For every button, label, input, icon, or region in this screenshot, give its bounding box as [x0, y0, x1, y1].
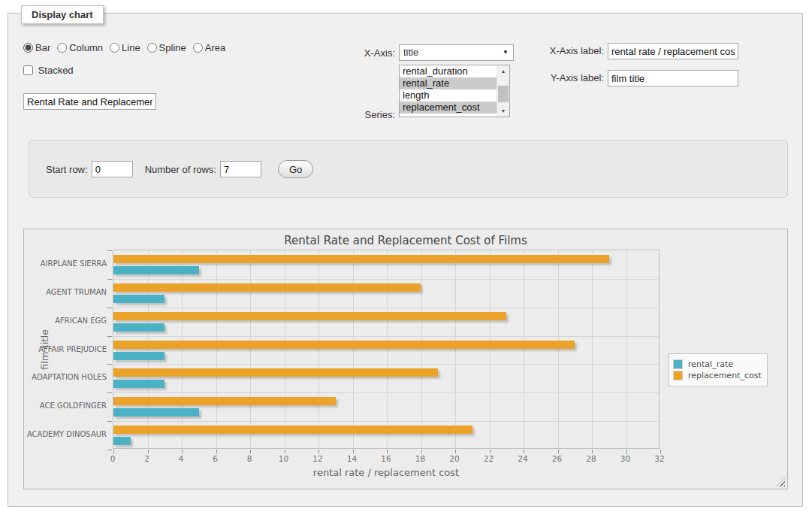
start-row-label: Start row:: [46, 164, 88, 175]
legend-item-replacement_cost: replacement_cost: [673, 371, 762, 380]
x-axis-tickmark: [113, 450, 114, 453]
series-option-replacement_cost[interactable]: replacement_cost: [400, 101, 497, 114]
gridline: [318, 250, 319, 448]
y-axis-category-label: AGENT TRUMAN: [24, 288, 107, 296]
gridline: [113, 279, 659, 280]
bar-rental_rate: [113, 352, 165, 360]
x-axis-tickmark: [660, 450, 661, 453]
y-axis-category-label: AFRICAN EGG: [24, 317, 107, 325]
series-option-rental_rate[interactable]: rental_rate: [400, 77, 497, 89]
gridline: [524, 250, 524, 448]
x-axis-select-label: X-Axis:: [339, 47, 395, 59]
x-axis-select[interactable]: title ▼: [399, 44, 514, 61]
gridline: [216, 250, 217, 448]
row-range-panel: Start row: Number of rows: Go: [29, 140, 788, 198]
bar-replacement_cost: [113, 426, 472, 434]
start-row-input[interactable]: [92, 161, 133, 177]
legend-swatch-icon: [673, 359, 683, 369]
x-axis-tick-label: 24: [509, 454, 536, 463]
scrollbar-thumb[interactable]: [498, 86, 509, 102]
x-axis-tickmark: [148, 450, 149, 453]
series-options: rental_durationrental_ratelengthreplacem…: [400, 65, 497, 117]
stacked-checkbox-row[interactable]: Stacked: [23, 65, 74, 76]
chart-type-radio-area[interactable]: [193, 43, 203, 53]
gridline: [558, 250, 559, 448]
chart-type-radio-bar[interactable]: [23, 43, 33, 53]
gridline: [592, 250, 593, 448]
x-axis-tickmark: [182, 450, 183, 453]
chart-type-option-column[interactable]: Column: [57, 42, 103, 53]
x-axis-label-input[interactable]: [608, 43, 738, 59]
chart-legend: rental_ratereplacement_cost: [669, 353, 768, 386]
x-axis-tickmark: [524, 450, 524, 453]
x-axis-tick-label: 8: [236, 454, 263, 463]
x-axis-tickmark: [250, 450, 251, 453]
series-option-rental_duration[interactable]: rental_duration: [400, 65, 497, 77]
gridline: [490, 250, 491, 448]
gridline: [113, 308, 659, 308]
chart-type-option-spline[interactable]: Spline: [147, 42, 186, 53]
x-axis-tickmark: [318, 450, 319, 453]
x-axis-tick-label: 20: [441, 454, 468, 463]
gridline: [182, 250, 183, 448]
legend-label: replacement_cost: [688, 371, 762, 380]
num-rows-input[interactable]: [220, 161, 261, 177]
chart-type-radio-line[interactable]: [110, 43, 119, 53]
resize-handle-icon[interactable]: [777, 478, 785, 486]
x-axis-tick-label: 14: [339, 454, 366, 463]
y-axis-tickmark: [107, 308, 112, 308]
chart-type-radio-label: Column: [69, 42, 103, 53]
scrollbar[interactable]: ▲ ▼: [497, 65, 509, 117]
chart-type-radio-label: Area: [205, 42, 225, 53]
chart-type-radio-spline[interactable]: [147, 43, 157, 53]
x-axis-tick-label: 32: [646, 454, 673, 463]
y-axis-category-label: AFFAIR PREJUDICE: [24, 345, 107, 353]
stacked-checkbox[interactable]: [23, 65, 33, 75]
bar-rental_rate: [113, 295, 165, 303]
y-axis-tickmark: [107, 364, 112, 365]
x-axis-tickmark: [353, 450, 354, 453]
legend-item-rental_rate: rental_rate: [673, 359, 762, 369]
gridline: [113, 392, 659, 393]
chart-type-option-area[interactable]: Area: [193, 42, 225, 53]
gridline: [250, 250, 251, 448]
scroll-down-icon[interactable]: ▼: [497, 105, 509, 117]
x-axis-tick-label: 0: [99, 454, 126, 463]
num-rows-label: Number of rows:: [145, 164, 216, 175]
x-axis-selected-value: title: [403, 47, 418, 58]
y-axis-category-label: ADAPTATION HOLES: [24, 373, 107, 381]
x-axis-tick-label: 12: [304, 454, 331, 463]
gridline: [113, 364, 659, 365]
x-axis-tick-label: 28: [578, 454, 605, 463]
series-multiselect[interactable]: rental_durationrental_ratelengthreplacem…: [399, 65, 510, 117]
chart-title-input[interactable]: [23, 93, 156, 110]
gridline: [285, 250, 285, 448]
x-axis-tick-label: 26: [544, 454, 571, 463]
x-axis-label-label: X-Axis label:: [534, 45, 604, 56]
y-axis-tickmark: [107, 392, 112, 393]
legend-label: rental_rate: [688, 359, 733, 369]
gridline: [353, 250, 354, 448]
chart-type-radio-column[interactable]: [57, 43, 67, 53]
x-axis-tickmark: [216, 450, 217, 453]
chart-type-option-bar[interactable]: Bar: [23, 42, 50, 53]
dropdown-arrow-icon: ▼: [503, 49, 509, 56]
go-button[interactable]: Go: [278, 160, 313, 178]
gridline: [113, 421, 659, 422]
y-axis-label-label: Y-Axis label:: [534, 72, 604, 83]
y-axis-tickmark: [107, 421, 112, 422]
x-axis-tickmark: [490, 450, 491, 453]
y-axis-label-input[interactable]: [608, 70, 738, 86]
x-axis-tickmark: [285, 450, 285, 453]
chart-container: Rental Rate and Replacement Cost of Film…: [23, 229, 788, 489]
plot-area: [113, 250, 660, 449]
x-axis-title: rental rate / replacement cost: [273, 467, 499, 478]
y-axis-tickmark: [107, 450, 112, 450]
chart-type-option-line[interactable]: Line: [110, 42, 140, 53]
x-axis-tick-label: 30: [612, 454, 639, 463]
scroll-up-icon[interactable]: ▲: [497, 65, 509, 77]
gridline: [421, 250, 422, 448]
x-axis-tick-label: 10: [270, 454, 297, 463]
series-option-length[interactable]: length: [400, 89, 497, 101]
x-axis-tick-label: 4: [168, 454, 195, 463]
